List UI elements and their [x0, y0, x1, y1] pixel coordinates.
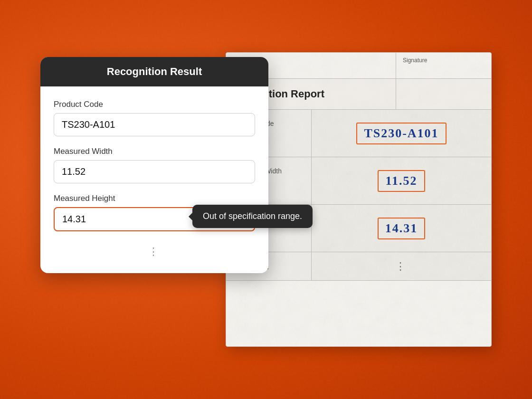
measured-width-group: Measured Width 11.52 — [54, 147, 255, 183]
rpt-measured-height-value: 14.31 — [378, 218, 426, 239]
measured-height-label: Measured Height — [54, 194, 255, 203]
measured-width-input[interactable]: 11.52 — [54, 160, 255, 183]
card-header: Recognition Result — [40, 57, 268, 86]
card-title: Recognition Result — [107, 66, 202, 77]
product-code-wrapper: TS230-A101 — [54, 113, 255, 136]
signature-label: Signature — [403, 57, 427, 64]
measured-width-wrapper: 11.52 — [54, 160, 255, 183]
card-dots: ⋮ — [54, 242, 255, 264]
tooltip: Out of specification range. — [192, 205, 313, 228]
product-code-input[interactable]: TS230-A101 — [54, 113, 255, 136]
rpt-product-code-value: TS230-A101 — [356, 123, 446, 144]
report-dots-right: ⋮ — [395, 260, 408, 273]
tooltip-text: Out of specification range. — [203, 211, 302, 221]
product-code-group: Product Code TS230-A101 — [54, 100, 255, 136]
scene: Signature Inspection Report Product Code… — [40, 28, 492, 370]
recognition-card: Recognition Result Product Code TS230-A1… — [40, 57, 268, 273]
measured-width-label: Measured Width — [54, 147, 255, 156]
rpt-measured-width-value: 11.52 — [378, 170, 425, 192]
card-body: Product Code TS230-A101 Measured Width 1… — [40, 86, 268, 273]
product-code-label: Product Code — [54, 100, 255, 109]
